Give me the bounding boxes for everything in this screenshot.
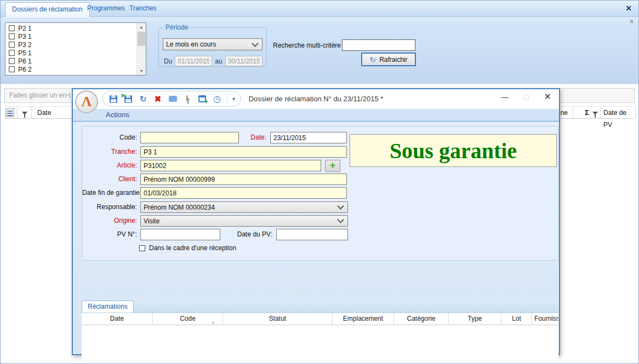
program-label: P3 2 (18, 41, 32, 49)
origine-label: Origine: (82, 217, 137, 224)
garantie-label: Date fin de garantie: (82, 189, 137, 197)
program-label: P2 1 (18, 25, 32, 32)
program-checkbox[interactable] (9, 33, 15, 39)
col-fournisseur[interactable]: Fournisseur (532, 313, 558, 325)
col-statut[interactable]: Statut (223, 313, 333, 325)
col-emplacement[interactable]: Emplacement (333, 313, 394, 325)
add-article-button[interactable]: + (325, 160, 340, 172)
col-type[interactable]: Type (449, 313, 501, 325)
reclamations-tabstrip: Réclamations (82, 299, 558, 313)
article-label: Article: (82, 161, 137, 169)
warranty-banner-text: Sous garantie (390, 138, 517, 164)
comment-icon[interactable] (168, 94, 178, 104)
filter-icon[interactable] (22, 112, 27, 115)
maximize-icon[interactable]: □ (524, 93, 528, 101)
col-code-label: Code (180, 315, 196, 322)
tab-dossiers-reclamation[interactable]: Dossiers de réclamation (5, 2, 90, 17)
list-item[interactable]: P6 2 (7, 65, 136, 73)
reception-row: Dans le cadre d'une réception (139, 244, 236, 252)
application-window: Dossiers de réclamation Programmes Tranc… (0, 0, 639, 364)
program-label: P6 1 (18, 57, 32, 65)
col-code[interactable]: Code ▲ (153, 313, 223, 325)
dialog-content: Code: Date: Tranche: Article: + Client: (73, 122, 559, 354)
save-icon[interactable] (109, 94, 118, 104)
au-label: au (215, 57, 222, 65)
main-tab-strip: Dossiers de réclamation Programmes Tranc… (1, 1, 638, 17)
filter-icon[interactable] (592, 112, 598, 115)
program-listbox[interactable]: P2 1 P3 1 P3 2 P5 1 P6 1 P6 2 (5, 22, 146, 76)
responsable-value: Prénom NOM 00000234 (144, 204, 338, 211)
search-input[interactable] (342, 39, 415, 51)
column-date-de-pv[interactable]: Date de PV (601, 107, 636, 118)
program-checkbox[interactable] (9, 50, 15, 56)
dialog-menubar: Actions (73, 109, 559, 122)
search-label: Recherche multi-critère : (273, 42, 345, 49)
program-checkbox[interactable] (9, 58, 15, 64)
app-logo-icon: Λ (75, 90, 98, 113)
date-from-field[interactable] (175, 56, 212, 66)
menu-actions[interactable]: Actions (106, 111, 129, 119)
tab-reclamations[interactable]: Réclamations (82, 301, 134, 313)
pv-field[interactable] (140, 229, 220, 240)
collapse-chevrons-icon[interactable]: » (627, 20, 635, 24)
save-as-icon[interactable]: ➤ (123, 94, 133, 104)
list-item[interactable]: P3 1 (7, 32, 136, 41)
tranche-field[interactable] (140, 146, 347, 158)
list-item[interactable]: P3 2 (7, 41, 136, 49)
scroll-up-icon[interactable]: ▲ (137, 23, 146, 31)
claim-dialog: Λ ➤ ↻ ✖ ∮ ◷ ▾ Dossier de réclamation N° … (72, 88, 560, 355)
program-checkbox[interactable] (9, 42, 15, 48)
col-date[interactable]: Date (82, 313, 153, 325)
client-field[interactable] (140, 174, 347, 185)
responsable-label: Responsable: (82, 203, 137, 211)
dialog-window-buttons: — □ ✕ (501, 91, 551, 102)
program-label: P6 2 (18, 66, 32, 73)
scroll-down-icon[interactable]: ▼ (137, 67, 146, 75)
list-item[interactable]: P6 1 (7, 57, 136, 65)
tab-programmes[interactable]: Programmes (87, 4, 125, 12)
date-label: Date: (214, 134, 266, 141)
date-to-field[interactable] (225, 56, 263, 66)
tranche-label: Tranche: (82, 148, 137, 155)
program-checkbox[interactable] (9, 25, 15, 31)
program-checkbox[interactable] (9, 66, 15, 72)
minimize-icon[interactable]: — (501, 93, 509, 101)
reception-checkbox[interactable] (139, 245, 145, 251)
responsable-dropdown[interactable]: Prénom NOM 00000234 (140, 201, 348, 213)
refresh-icon[interactable]: ↻ (138, 94, 148, 104)
chevron-down-icon (252, 40, 259, 47)
chevron-down-icon (337, 216, 344, 223)
date-pv-field[interactable] (276, 229, 348, 240)
client-label: Client: (82, 175, 137, 183)
sort-icon: ▲ (211, 316, 215, 325)
delete-icon[interactable]: ✖ (153, 94, 163, 104)
sigma-filter-cell: Σ (583, 107, 601, 118)
refresh-button[interactable]: ↻ Rafraichir (361, 53, 416, 66)
col-categorie[interactable]: Catégorie (394, 313, 449, 325)
column-chooser-icon[interactable] (5, 108, 14, 117)
article-field[interactable] (140, 160, 321, 171)
code-label: Code: (82, 134, 137, 141)
list-item[interactable]: P5 1 (7, 49, 136, 57)
scrollbar-thumb[interactable] (138, 32, 145, 46)
col-lot[interactable]: Lot (501, 313, 532, 325)
refresh-button-label: Rafraichir (379, 56, 407, 63)
chevron-down-icon (337, 203, 344, 210)
program-list: P2 1 P3 1 P3 2 P5 1 P6 1 P6 2 (7, 24, 136, 74)
origine-dropdown[interactable]: Visite (140, 215, 348, 227)
tab-tranches[interactable]: Tranches (129, 4, 157, 12)
origine-value: Visite (144, 217, 338, 225)
refresh-icon: ↻ (369, 56, 376, 63)
reclamations-table: Date Code ▲ Statut Emplacement Catégorie… (82, 313, 558, 364)
sigma-icon[interactable]: Σ (585, 108, 589, 117)
close-icon[interactable]: ✕ (625, 4, 632, 13)
list-item[interactable]: P2 1 (7, 24, 136, 32)
garantie-field[interactable] (140, 187, 347, 199)
claim-form-panel: Code: Date: Tranche: Article: + Client: (82, 126, 558, 261)
date-field[interactable] (270, 132, 347, 143)
reclamations-header-row: Date Code ▲ Statut Emplacement Catégorie… (82, 313, 558, 325)
periode-preset-dropdown[interactable]: Le mois en cours (163, 38, 263, 50)
list-scrollbar[interactable]: ▲ ▼ (136, 23, 146, 75)
dialog-titlebar: Λ ➤ ↻ ✖ ∮ ◷ ▾ Dossier de réclamation N° … (73, 89, 559, 109)
dialog-close-icon[interactable]: ✕ (544, 91, 551, 102)
